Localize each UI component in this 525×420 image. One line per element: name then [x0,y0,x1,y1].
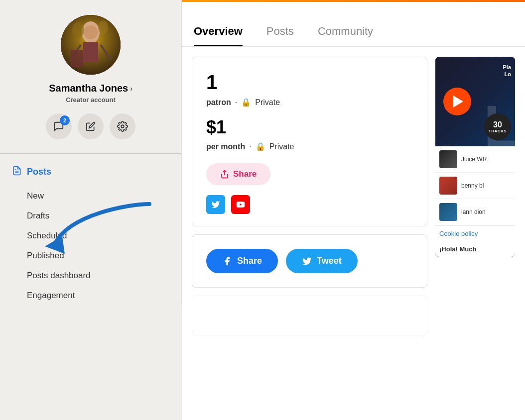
tracks-label: TRACKS [489,129,507,133]
hola-text: ¡Hola! Much [435,241,515,257]
tab-posts[interactable]: Posts [266,25,294,46]
edit-button[interactable] [78,113,104,139]
right-column: Pla Lo L 30 TRACKS Juice WR [435,57,515,410]
playlist-item-name: benny bl [461,182,484,189]
lock-icon-2: 🔒 [256,142,265,151]
patron-label: patron · 🔒 Private [206,98,413,107]
settings-button[interactable] [110,113,135,139]
playlist-thumb [439,177,457,195]
svg-point-10 [121,125,124,128]
tweet-label: Tweet [317,256,342,266]
playlist-item-name: iann dion [461,209,486,215]
action-icons-row: 2 [46,113,135,139]
dot-separator: · [235,98,237,107]
playlist-item-name: Juice WR [461,156,487,163]
play-button[interactable] [443,88,471,115]
share-pink-label: Share [233,169,257,179]
twitter-share-icon[interactable] [206,195,225,214]
share-pink-button[interactable]: Share [206,163,270,185]
list-item[interactable]: benny bl [435,173,515,199]
tweet-button[interactable]: Tweet [286,249,358,273]
playlist-thumb [439,203,457,221]
tabs-bar: Overview Posts Community [182,2,525,47]
nav-item-drafts[interactable]: Drafts [12,206,169,226]
nav-section-posts[interactable]: Posts [12,162,169,182]
main-content: Overview Posts Community 1 patron · 🔒 Pr… [182,0,525,420]
price-display: $1 [206,117,413,138]
share-tweet-card: Share Tweet [192,234,427,288]
avatar [61,15,121,75]
svg-point-6 [72,22,84,38]
nav-item-posts-dashboard[interactable]: Posts dashboard [12,266,169,286]
extra-card [192,296,427,335]
patron-stats-card: 1 patron · 🔒 Private $1 per month · 🔒 Pr… [192,57,427,226]
messages-button[interactable]: 2 [46,113,72,139]
cookie-policy-link[interactable]: Cookie policy [435,225,515,241]
nav-item-scheduled[interactable]: Scheduled [12,226,169,246]
nav-item-engagement[interactable]: Engagement [12,286,169,306]
sidebar: Samantha Jones › Creator account 2 [0,0,182,306]
tab-overview[interactable]: Overview [194,25,243,46]
facebook-share-button[interactable]: Share [206,249,278,273]
album-panel: Pla Lo L 30 TRACKS Juice WR [435,57,515,257]
lock-icon: 🔒 [241,98,251,107]
nav-item-published[interactable]: Published [12,246,169,266]
svg-point-7 [98,20,108,34]
sidebar-nav: Posts New Drafts Scheduled Published Pos… [0,162,181,306]
list-item[interactable]: iann dion [435,199,515,225]
nav-item-new[interactable]: New [12,186,169,206]
message-badge: 2 [60,115,70,125]
tracks-badge: 30 TRACKS [484,113,511,140]
album-cover: Pla Lo L 30 TRACKS [435,57,515,146]
play-triangle-icon [453,96,463,107]
chevron-icon: › [130,85,132,93]
sidebar-divider [0,153,181,154]
price-label: per month · 🔒 Private [206,142,413,151]
social-icons-row [206,195,413,214]
facebook-share-label: Share [237,256,262,266]
patron-count: 1 [206,71,413,94]
svg-rect-9 [71,50,83,67]
posts-icon [12,166,22,178]
left-column: 1 patron · 🔒 Private $1 per month · 🔒 Pr… [192,57,427,410]
youtube-share-icon[interactable] [231,195,250,214]
playlist-thumb [439,150,457,168]
tab-community[interactable]: Community [318,25,373,46]
content-area: 1 patron · 🔒 Private $1 per month · 🔒 Pr… [182,47,525,420]
tracks-count: 30 [493,120,502,129]
svg-point-8 [84,25,98,39]
user-name[interactable]: Samantha Jones › [49,83,132,94]
svg-rect-3 [83,42,98,62]
account-type-label: Creator account [66,96,116,104]
album-text-overlay: Pla Lo [503,64,511,78]
